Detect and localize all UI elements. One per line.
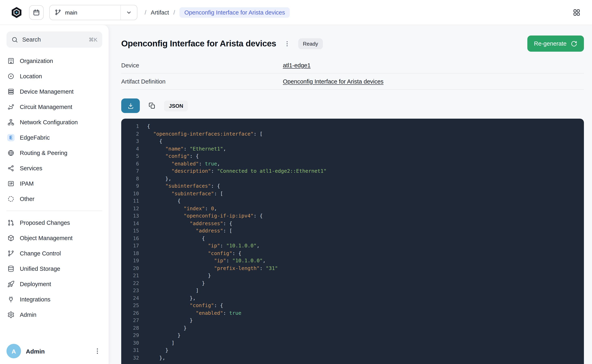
body: Search ⌘K OrganizationLocationDevice Man…	[0, 25, 592, 364]
breadcrumb-separator: /	[173, 9, 175, 16]
hexagon-logo-icon	[10, 6, 23, 19]
sidebar-item-label: Integrations	[20, 296, 51, 303]
user-name: Admin	[26, 348, 88, 355]
copy-button[interactable]	[145, 98, 159, 113]
code-line: 2 "openconfig-interfaces:interface": [	[127, 130, 577, 138]
integrations-icon	[7, 296, 14, 303]
sidebar-item-proposed-changes[interactable]: Proposed Changes	[3, 215, 106, 230]
sidebar-item-label: EdgeFabric	[20, 134, 50, 141]
code-line: 11 {	[127, 197, 577, 205]
sidebar-item-label: Device Management	[20, 88, 74, 95]
code-toolbar: JSON	[121, 98, 584, 113]
topbar: main / Artifact / Openconfig Interface f…	[0, 0, 592, 25]
code-line-content: "config": {	[147, 302, 223, 309]
line-number: 18	[127, 250, 139, 257]
sidebar-item-deployment[interactable]: Deployment	[3, 276, 106, 292]
sidebar-item-admin[interactable]: Admin	[3, 307, 106, 322]
circuit-management-icon	[7, 103, 14, 110]
code-line-content: "index": 0,	[147, 205, 217, 212]
breadcrumb-item-artifact[interactable]: Artifact	[151, 9, 169, 16]
code-line-content: }	[147, 280, 205, 287]
code-line: 31 }	[127, 347, 577, 354]
other-icon	[7, 195, 14, 202]
sidebar-item-label: Proposed Changes	[20, 220, 70, 226]
line-number: 17	[127, 242, 139, 250]
breadcrumb: / Artifact / Openconfig Interface for Ar…	[145, 7, 290, 18]
sidebar-item-routing-peering[interactable]: Routing & Peering	[3, 145, 106, 161]
apps-menu-button[interactable]	[569, 5, 584, 20]
code-line: 17 "ip": "10.1.0.0",	[127, 242, 577, 250]
sidebar-item-network-configuration[interactable]: Network Configuration	[3, 115, 106, 130]
code-line-content: "openconfig-if-ip:ipv4": {	[147, 212, 263, 220]
sidebar-item-label: Routing & Peering	[20, 150, 67, 156]
sidebar: Search ⌘K OrganizationLocationDevice Man…	[0, 25, 109, 364]
user-menu-kebab-icon[interactable]	[93, 346, 102, 356]
sidebar-item-unified-storage[interactable]: Unified Storage	[3, 261, 106, 276]
download-button[interactable]	[121, 98, 140, 113]
code-line: 3 {	[127, 138, 577, 145]
sidebar-item-label: Circuit Management	[20, 104, 72, 110]
line-number: 13	[127, 212, 139, 220]
sidebar-item-ipam[interactable]: IPAM	[3, 176, 106, 191]
code-line-content: }	[147, 332, 181, 339]
sidebar-item-device-management[interactable]: Device Management	[3, 84, 106, 99]
date-picker-button[interactable]	[29, 5, 44, 20]
edgefabric-icon: E	[7, 134, 14, 141]
code-line: 10 "subinterface": [	[127, 190, 577, 197]
sidebar-item-integrations[interactable]: Integrations	[3, 292, 106, 307]
title-menu-button[interactable]	[282, 38, 292, 49]
user-menu[interactable]: A Admin	[0, 339, 109, 364]
regenerate-button[interactable]: Re-generate	[528, 36, 584, 52]
sidebar-item-edgefabric[interactable]: EEdgeFabric	[3, 130, 106, 145]
code-line-content: "name": "Ethernet1",	[147, 145, 226, 153]
sidebar-item-other[interactable]: Other	[3, 191, 106, 207]
app-logo[interactable]	[10, 6, 23, 19]
breadcrumb-item-current[interactable]: Openconfig Interface for Arista devices	[179, 7, 290, 18]
proposed-changes-icon	[7, 219, 14, 226]
code-line: 8 },	[127, 175, 577, 182]
code-line: 14 "addresses": {	[127, 220, 577, 227]
services-icon	[7, 165, 14, 172]
artifact-definition-link[interactable]: Openconfig Interface for Arista devices	[283, 78, 383, 84]
line-number: 31	[127, 347, 139, 354]
code-line-content: }	[147, 272, 211, 280]
kebab-icon	[284, 40, 290, 47]
chevron-down-icon[interactable]	[121, 5, 137, 20]
line-number: 30	[127, 339, 139, 347]
search-input[interactable]: Search ⌘K	[7, 32, 102, 48]
code-line-content: {	[147, 197, 181, 205]
sidebar-item-change-control[interactable]: Change Control	[3, 246, 106, 261]
code-line: 12 "index": 0,	[127, 205, 577, 212]
sidebar-item-location[interactable]: Location	[3, 69, 106, 84]
change-control-icon	[7, 250, 14, 257]
code-line-content: ]	[147, 287, 199, 294]
code-viewer[interactable]: 1{2 "openconfig-interfaces:interface": […	[121, 119, 584, 364]
branch-selector[interactable]: main	[49, 5, 137, 20]
search-shortcut: ⌘K	[89, 37, 97, 43]
object-management-icon	[7, 234, 14, 242]
regenerate-label: Re-generate	[534, 40, 566, 47]
sidebar-item-services[interactable]: Services	[3, 161, 106, 176]
code-line: 1{	[127, 123, 577, 130]
code-line-content: {	[147, 138, 162, 145]
code-line: 29 }	[127, 332, 577, 339]
code-line-content: "addresses": {	[147, 220, 232, 227]
line-number: 28	[127, 324, 139, 332]
sidebar-item-label: Unified Storage	[20, 266, 60, 272]
sidebar-item-organization[interactable]: Organization	[3, 53, 106, 69]
sidebar-item-object-management[interactable]: Object Management	[3, 230, 106, 246]
device-link[interactable]: atl1-edge1	[283, 62, 310, 68]
code-line-content: },	[147, 175, 171, 182]
avatar: A	[7, 344, 21, 358]
code-line-content: },	[147, 294, 196, 302]
sidebar-item-label: Network Configuration	[20, 119, 78, 125]
code-line-content: }	[147, 347, 168, 354]
status-badge: Ready	[298, 38, 323, 49]
code-line: 13 "openconfig-if-ip:ipv4": {	[127, 212, 577, 220]
code-line: 25 "config": {	[127, 302, 577, 309]
sidebar-item-circuit-management[interactable]: Circuit Management	[3, 99, 106, 115]
sidebar-item-label: Admin	[20, 312, 36, 318]
network-configuration-icon	[7, 119, 14, 126]
line-number: 12	[127, 205, 139, 212]
field-row-device: Device atl1-edge1	[121, 57, 584, 73]
